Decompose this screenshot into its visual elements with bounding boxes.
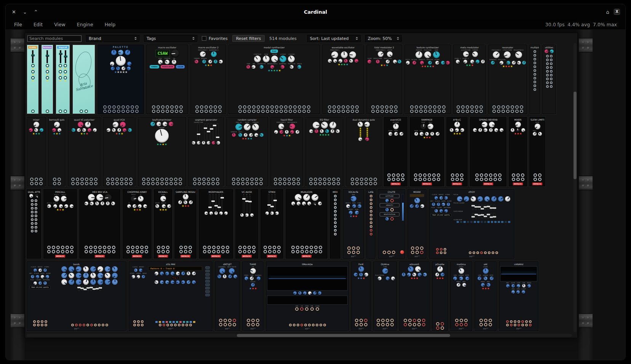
home-icon[interactable]: ⌂ — [606, 10, 609, 14]
param-label: SPREAD — [252, 122, 259, 123]
module-card[interactable]: OUAIveTYPEPLAY MODEbId°° — [373, 261, 397, 331]
module-card[interactable]: Aria Salvatrice — [72, 45, 95, 114]
module-card[interactable]: quad VCA — [103, 117, 136, 186]
module-card[interactable]: liquid filterFREQUENCYRESONANCE — [270, 117, 303, 186]
module-card[interactable]: resonatorFREQUENCYSTRUCTUREBRIGHTNESSDAM… — [488, 45, 527, 114]
module-card[interactable]: STMIXBEFACO — [260, 189, 283, 259]
sort-dropdown[interactable]: Sort: Last updated — [307, 35, 361, 42]
module-card[interactable]: SPRING REVERBBEFACO — [470, 117, 506, 186]
close-icon[interactable]: ✕ — [12, 10, 16, 14]
module-card[interactable]: dTrOYCLOCKRESETSTEPSKEYSCALEGATESLIDEPLA… — [429, 189, 514, 259]
module-card[interactable]: macro oscillatorCSAWFINECOARSEFMTIMBREMO… — [146, 45, 188, 114]
horizontal-scrollbar[interactable] — [27, 334, 572, 337]
menu-engine[interactable]: Engine — [77, 22, 93, 27]
module-card[interactable]: evenVCOOCTAVETUNEPWMBEFACO — [384, 117, 407, 186]
module-card[interactable]: bernoulli gate — [48, 117, 65, 186]
module-card[interactable]: MEX — [330, 189, 340, 259]
module-card[interactable]: Rotatoes — [41, 45, 53, 114]
favorites-checkbox[interactable] — [202, 36, 206, 41]
module-card[interactable]: MOiRE bId°° — [407, 189, 427, 259]
port — [534, 173, 537, 177]
module-card[interactable]: wavetable oscillatorFREQUENCY — [322, 45, 364, 114]
module-card[interactable]: random samplerDEJA VURATESPREADLENGTHBIA… — [226, 117, 268, 186]
module-card[interactable]: pOupRe — [432, 261, 448, 331]
module-card[interactable]: quad VC-polarizer — [68, 117, 101, 186]
knob-pointer — [443, 62, 445, 64]
vertical-scrollbar[interactable] — [573, 43, 577, 332]
module-card[interactable]: PERCALLVCA 1VCA 2VCA 3VCA 4BEFACO — [43, 189, 77, 259]
param-label: VCA 3 — [47, 202, 51, 204]
module-card[interactable]: MORPHADERBEFACO — [199, 189, 233, 259]
module-card[interactable]: HEX MIX VCABEFACO — [79, 189, 120, 259]
module-card[interactable]: cANARdRECGATESTRTLENREADENVSPDLOOPbId°° — [499, 261, 538, 331]
search-input[interactable] — [27, 35, 81, 42]
module-card[interactable]: VC ADSRADSBEFACO — [235, 189, 258, 259]
module-card[interactable]: eDsaroSbId°° — [399, 261, 430, 331]
module-card[interactable]: mixer — [27, 117, 46, 186]
module-card[interactable]: MUXLICERBEFACO — [286, 189, 327, 259]
module-panel: RECGATESTRTLENREADENVSPDLOOPbId°° — [500, 266, 537, 330]
module-card[interactable]: UnguLaR — [56, 45, 70, 114]
module-card[interactable]: A*B+CBEFACO — [446, 117, 468, 186]
port — [47, 250, 51, 253]
module-card[interactable]: DUAL ATTENUVERTER — [27, 189, 41, 259]
module-card[interactable]: dual dynamics gate — [346, 117, 382, 186]
module-card[interactable]: ForKbId°° — [351, 261, 371, 331]
module-card[interactable]: tOCAnTeBPHBEATSBARFINERESETRUNbId°° — [343, 189, 364, 259]
module-card[interactable]: macro oscillator 2FREQUENCYHARMONICSTIMB… — [190, 45, 226, 114]
knob-pointer — [40, 282, 42, 284]
module-card[interactable]: MIXERBEFACO — [509, 117, 527, 186]
port — [352, 251, 355, 254]
menu-help[interactable]: Help — [105, 22, 116, 27]
knob-pointer — [52, 130, 54, 131]
module-card[interactable]: Grubby — [27, 45, 39, 114]
reset-filters-button[interactable]: Reset filters — [232, 35, 265, 42]
module-card[interactable]: multiples — [529, 45, 540, 114]
module-card[interactable]: lIMonADeUNII/OFINEFMSCANbId°° — [266, 261, 349, 331]
module-card[interactable]: LATe — [366, 189, 375, 259]
module-card[interactable]: modal synthesizerPLAYCONTOURBOWBLOWSTRIK… — [228, 45, 320, 114]
vertical-scrollbar-thumb[interactable] — [573, 92, 577, 179]
chevron-down-icon[interactable]: ⌄ — [23, 10, 27, 14]
module-card[interactable]: dIKT@TCHANNELNEXT NOTEbId°° — [215, 261, 240, 331]
module-card[interactable]: segment generatorSHAPE/TIME — [188, 117, 224, 186]
module-card[interactable]: ChUTEALTITUDEGRAVITYRESTITUTIONbId°° — [378, 189, 405, 259]
module-card[interactable]: EQ filter — [305, 117, 343, 186]
menu-view[interactable]: View — [54, 22, 65, 27]
module-card[interactable]: PALETTE — [97, 45, 144, 114]
module-card[interactable]: KICKALLTUNESHAPEDECAYBEFACO — [154, 189, 172, 259]
module-card[interactable]: SLEW LIMITERRISEFALLBEFACO — [529, 117, 545, 186]
fader-column — [31, 50, 35, 81]
module-card[interactable]: RAMPAGERISEFALLRISEFALLBEFACO — [410, 117, 444, 186]
module-panel: FREEZEPOSITIONSIZEPITCHIN GAINDENSITYTEX… — [406, 49, 450, 113]
port — [166, 324, 169, 326]
module-card[interactable]: bordLCLOCKRESETSTEPSKEYSCALEGATESLIDEPLA… — [27, 261, 126, 331]
module-card[interactable]: utilities — [542, 45, 556, 114]
x11-icon[interactable]: X — [614, 9, 620, 15]
menu-edit[interactable]: Edit — [34, 22, 43, 27]
module-card[interactable]: maGmaSTARTLENSPEEDFLTRFREQRESbId°° — [450, 261, 472, 331]
menu-file[interactable]: File — [14, 22, 22, 27]
module-card[interactable]: meta modulatorALGORITHMTIMBRELEVEL 1LEVE… — [453, 45, 486, 114]
module-card[interactable]: SAMPLING MODULATORBEFACO — [174, 189, 196, 259]
knob — [516, 128, 520, 132]
knob-cell — [72, 128, 75, 132]
module-card[interactable]: oAïSTARTLENSPEEDFLTRFREQRESbId°° — [474, 261, 497, 331]
param-label: HARMONICS — [209, 49, 219, 51]
chevron-up-icon[interactable]: ⌃ — [34, 10, 38, 14]
module-title: multiples — [530, 46, 539, 49]
port — [61, 250, 64, 253]
module-card[interactable]: zOù MAïCLOCKRESETSTEPSSPEEDREADPattern 0… — [129, 261, 212, 331]
horizontal-scrollbar-thumb[interactable] — [237, 334, 450, 337]
display-row: CSAW — [147, 49, 187, 57]
slider-handle — [487, 214, 490, 215]
module-card[interactable]: CHOPPING KINKYFOLDABBEFACO — [123, 189, 152, 259]
tags-dropdown[interactable]: Tags — [144, 35, 197, 42]
zoom-dropdown[interactable]: Zoom: 50% — [365, 35, 402, 42]
brand-dropdown[interactable]: Brand — [86, 35, 139, 42]
module-card[interactable]: texture synthesizerFREEZEPOSITIONSIZEPIT… — [404, 45, 451, 114]
step-chip — [501, 221, 503, 223]
module-card[interactable]: keyframer/mixerFRAME — [138, 117, 186, 186]
module-card[interactable]: TiAREFMFREQFINEGLOBALSCALEbId°° — [242, 261, 264, 331]
module-card[interactable]: tidal modulator 2FREQUENCYSHAPESLOPESMOO… — [366, 45, 402, 114]
